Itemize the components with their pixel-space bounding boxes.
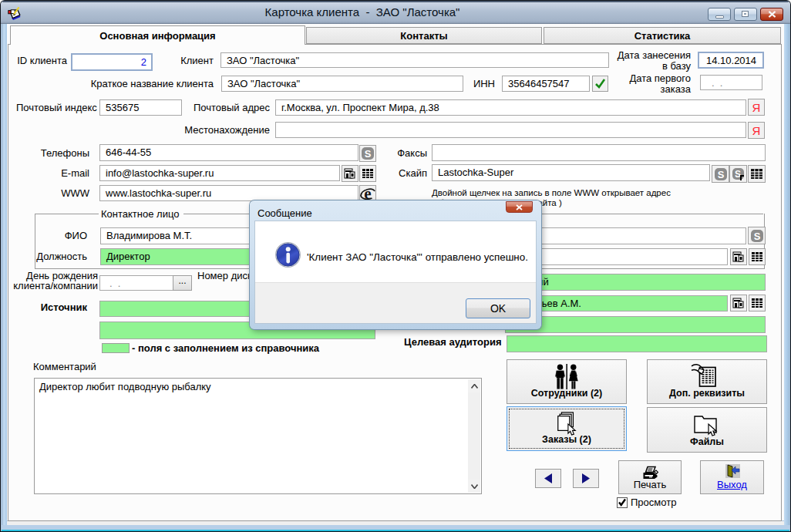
svg-text:S: S	[734, 169, 740, 180]
svg-text:S: S	[717, 169, 724, 180]
svg-text:S: S	[753, 231, 760, 242]
